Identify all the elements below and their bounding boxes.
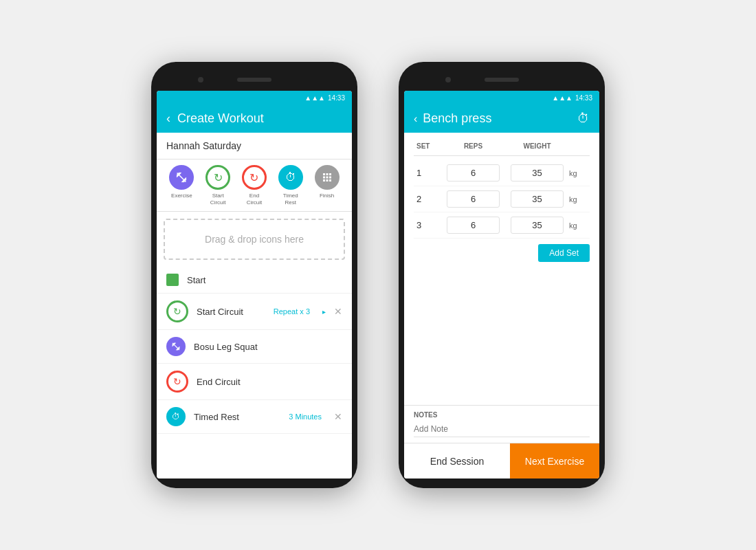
reps-input-2[interactable] bbox=[447, 190, 500, 208]
kg-label-3: kg bbox=[569, 221, 590, 230]
item-label-end-circuit: End Circuit bbox=[197, 377, 342, 387]
list-item-end-circuit: ↻ End Circuit bbox=[157, 364, 352, 400]
toolbar-item-start-circuit[interactable]: ↻ StartCircuit bbox=[205, 165, 230, 206]
start-square-icon bbox=[166, 274, 179, 286]
toolbar-item-exercise[interactable]: Exercise bbox=[169, 165, 194, 206]
reps-field-2[interactable] bbox=[447, 190, 500, 208]
table-header: SET REPS WEIGHT bbox=[414, 140, 590, 156]
toolbar-item-finish[interactable]: Finish bbox=[315, 165, 340, 206]
close-icon-start-circuit[interactable]: ✕ bbox=[334, 306, 342, 317]
list-item-timed-rest: ⏱ Timed Rest 3 Minutes ✕ bbox=[157, 400, 352, 434]
add-set-row: Add Set bbox=[414, 239, 590, 267]
signal-icon-2: ▲▲▲ bbox=[552, 94, 572, 102]
phone-speaker-2 bbox=[485, 78, 519, 82]
notes-field[interactable] bbox=[414, 421, 590, 437]
set-num-1: 1 bbox=[414, 168, 441, 178]
toolbar-label-timed-rest: TimedRest bbox=[283, 192, 298, 206]
kg-label-2: kg bbox=[569, 195, 590, 204]
status-bar-1: ▲▲▲ 14:33 bbox=[157, 91, 352, 104]
icon-toolbar: Exercise ↻ StartCircuit ↻ EndCircuit bbox=[157, 160, 352, 212]
bosu-exercise-icon bbox=[166, 337, 186, 356]
col-header-reps: REPS bbox=[441, 142, 505, 150]
exercise-header: ‹ Bench press ⏱ bbox=[404, 104, 599, 133]
exercise-title: Bench press bbox=[423, 111, 491, 126]
time-1: 14:33 bbox=[328, 94, 345, 102]
scene: ▲▲▲ 14:33 ‹ Create Workout bbox=[0, 0, 756, 550]
phone-camera-2 bbox=[445, 77, 451, 82]
list-item-start-circuit: ↻ Start Circuit Repeat x 3 ▸ ✕ bbox=[157, 294, 352, 330]
toolbar-label-finish: Finish bbox=[320, 192, 334, 199]
exercise-icon bbox=[169, 165, 194, 190]
drag-drop-label: Drag & drop icons here bbox=[205, 234, 304, 245]
close-icon-timed-rest[interactable]: ✕ bbox=[334, 411, 342, 422]
notes-section: NOTES bbox=[404, 405, 599, 443]
timed-rest-toolbar-icon: ⏱ bbox=[278, 165, 303, 190]
next-exercise-button[interactable]: Next Exercise bbox=[510, 443, 599, 478]
phone-screen-2: ▲▲▲ 14:33 ‹ Bench press ⏱ SET REPS WEIGH… bbox=[404, 91, 599, 478]
end-session-button[interactable]: End Session bbox=[404, 443, 510, 478]
chevron-right-icon: ▸ bbox=[322, 308, 326, 316]
phone-create-workout: ▲▲▲ 14:33 ‹ Create Workout bbox=[151, 62, 357, 488]
reps-input-3[interactable] bbox=[447, 217, 500, 234]
add-set-button[interactable]: Add Set bbox=[538, 244, 590, 262]
set-num-2: 2 bbox=[414, 194, 441, 204]
toolbar-label-end-circuit: EndCircuit bbox=[247, 192, 263, 206]
start-circuit-list-icon: ↻ bbox=[166, 300, 188, 322]
toolbar-item-timed-rest[interactable]: ⏱ TimedRest bbox=[278, 165, 303, 206]
toolbar-item-end-circuit[interactable]: ↻ EndCircuit bbox=[242, 165, 267, 206]
table-row-2: 2 kg bbox=[414, 186, 590, 212]
back-arrow-1[interactable]: ‹ bbox=[166, 111, 170, 126]
sets-table: SET REPS WEIGHT 1 kg bbox=[404, 133, 599, 405]
phone-camera bbox=[198, 77, 203, 82]
repeat-badge[interactable]: Repeat x 3 bbox=[274, 307, 310, 316]
app-header-1: ‹ Create Workout bbox=[157, 104, 352, 133]
reps-field-1[interactable] bbox=[447, 164, 500, 182]
phone-screen-1: ▲▲▲ 14:33 ‹ Create Workout bbox=[157, 91, 352, 478]
end-circuit-toolbar-icon: ↻ bbox=[242, 165, 267, 190]
weight-field-3[interactable] bbox=[511, 217, 564, 234]
header-left: ‹ Bench press bbox=[414, 111, 491, 126]
item-label-start-circuit: Start Circuit bbox=[197, 307, 265, 317]
weight-input-2[interactable] bbox=[511, 190, 564, 208]
toolbar-label-exercise: Exercise bbox=[171, 192, 192, 199]
item-label-start: Start bbox=[187, 275, 342, 285]
finish-toolbar-icon bbox=[315, 165, 340, 190]
time-2: 14:33 bbox=[575, 94, 592, 102]
table-row-3: 3 kg bbox=[414, 212, 590, 239]
timed-rest-badge[interactable]: 3 Minutes bbox=[289, 412, 322, 421]
end-circuit-list-icon: ↻ bbox=[166, 371, 188, 393]
item-label-timed-rest: Timed Rest bbox=[194, 412, 280, 422]
list-item-start: Start bbox=[157, 267, 352, 294]
workout-name-input[interactable] bbox=[166, 140, 342, 151]
timed-rest-list-icon: ⏱ bbox=[166, 407, 186, 426]
status-bar-2: ▲▲▲ 14:33 bbox=[404, 91, 599, 104]
weight-field-1[interactable] bbox=[511, 164, 564, 182]
table-row-1: 1 kg bbox=[414, 160, 590, 186]
phone-speaker bbox=[237, 78, 271, 82]
item-label-bosu: Bosu Leg Squat bbox=[194, 342, 342, 352]
clock-icon[interactable]: ⏱ bbox=[577, 111, 590, 126]
col-header-unit bbox=[569, 142, 590, 150]
workout-name-container bbox=[157, 133, 352, 160]
weight-field-2[interactable] bbox=[511, 190, 564, 208]
phone-bench-press: ▲▲▲ 14:33 ‹ Bench press ⏱ SET REPS WEIGH… bbox=[399, 62, 605, 488]
back-arrow-2[interactable]: ‹ bbox=[414, 113, 417, 125]
start-circuit-toolbar-icon: ↻ bbox=[205, 165, 230, 190]
kg-label-1: kg bbox=[569, 169, 590, 177]
weight-input-1[interactable] bbox=[511, 164, 564, 182]
set-num-3: 3 bbox=[414, 220, 441, 230]
phone-top-bar-2 bbox=[404, 72, 599, 88]
bottom-bar: End Session Next Exercise bbox=[404, 443, 599, 478]
reps-field-3[interactable] bbox=[447, 217, 500, 234]
notes-label: NOTES bbox=[414, 411, 590, 419]
workout-list: Start ↻ Start Circuit Repeat x 3 ▸ ✕ bbox=[157, 267, 352, 478]
list-item-bosu: Bosu Leg Squat bbox=[157, 330, 352, 364]
col-header-weight: WEIGHT bbox=[505, 142, 569, 150]
toolbar-label-start-circuit: StartCircuit bbox=[210, 192, 226, 206]
notes-input-container[interactable] bbox=[414, 421, 590, 437]
reps-input-1[interactable] bbox=[447, 164, 500, 182]
page-title-1: Create Workout bbox=[177, 111, 264, 126]
phone-top-bar bbox=[157, 72, 352, 88]
weight-input-3[interactable] bbox=[511, 217, 564, 234]
signal-icon-1: ▲▲▲ bbox=[304, 94, 325, 102]
